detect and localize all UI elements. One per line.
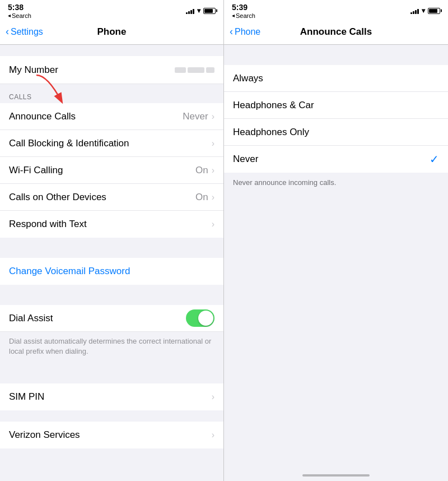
left-status-icons: ▾ — [186, 7, 216, 15]
dial-assist-section: Dial Assist — [0, 305, 223, 332]
verizon-chevron-icon: › — [212, 430, 214, 440]
option-headphones-car-row[interactable]: Headphones & Car — [224, 92, 448, 119]
wifi-calling-row[interactable]: Wi-Fi Calling On › — [0, 157, 223, 184]
right-panel: 5:39 Search ▾ ‹ Phone Announce Calls — [224, 0, 448, 481]
phone-back-button[interactable]: ‹ Phone — [230, 26, 260, 38]
calls-list: Announce Calls Never › Call Blocking & I… — [0, 103, 223, 238]
battery-icon — [203, 8, 216, 14]
call-blocking-row[interactable]: Call Blocking & Identification › — [0, 130, 223, 157]
announce-calls-chevron-icon: › — [212, 112, 214, 122]
respond-text-chevron-icon: › — [212, 219, 214, 229]
dial-assist-label: Dial Assist — [9, 313, 186, 324]
option-never-row[interactable]: Never ✓ — [224, 146, 448, 173]
gap-verizon — [0, 410, 223, 422]
blurred-number-1 — [175, 67, 186, 73]
option-headphones-only-row[interactable]: Headphones Only — [224, 119, 448, 146]
voicemail-section: Change Voicemail Password — [0, 258, 223, 285]
gap-voicemail — [0, 238, 223, 258]
announce-calls-label: Announce Calls — [9, 111, 183, 122]
back-label: Settings — [11, 27, 43, 37]
wifi-icon: ▾ — [197, 7, 200, 15]
announce-calls-options: Always Headphones & Car Headphones Only … — [224, 65, 448, 173]
left-status-bar: 5:38 Search ▾ — [0, 0, 223, 20]
right-status-bar: 5:39 Search ▾ — [224, 0, 448, 20]
calls-other-chevron-icon: › — [212, 192, 214, 202]
calls-section-header: CALLS — [0, 90, 223, 103]
right-gap-top — [224, 45, 448, 65]
sim-pin-row[interactable]: SIM PIN › — [0, 383, 223, 410]
left-nav-title: Phone — [97, 26, 127, 38]
option-headphones-only-label: Headphones Only — [233, 127, 439, 138]
option-headphones-car-label: Headphones & Car — [233, 100, 439, 111]
calls-other-devices-row[interactable]: Calls on Other Devices On › — [0, 184, 223, 211]
wifi-calling-value: On — [195, 165, 208, 176]
blurred-number-2 — [188, 67, 204, 73]
wifi-calling-label: Wi-Fi Calling — [9, 165, 195, 176]
verizon-section: Verizon Services › — [0, 422, 223, 448]
right-battery-icon — [428, 8, 440, 14]
option-always-row[interactable]: Always — [224, 65, 448, 92]
left-nav-bar: ‹ Settings Phone — [0, 20, 223, 45]
sim-pin-label: SIM PIN — [9, 391, 212, 403]
announce-calls-row[interactable]: Announce Calls Never › — [0, 103, 223, 130]
respond-text-label: Respond with Text — [9, 219, 212, 230]
left-search-label: Search — [8, 12, 31, 19]
right-nav-title: Announce Calls — [300, 26, 372, 38]
signal-icon — [186, 8, 194, 14]
back-chevron-icon: ‹ — [6, 26, 9, 38]
announce-calls-value: Never — [183, 111, 208, 122]
sim-section: SIM PIN › — [0, 383, 223, 410]
home-bar — [302, 474, 370, 477]
option-always-label: Always — [233, 73, 439, 84]
right-time: 5:39 — [232, 3, 255, 12]
option-never-label: Never — [233, 154, 430, 165]
my-number-label: My Number — [9, 64, 175, 76]
never-description: Never announce incoming calls. — [224, 173, 448, 193]
right-search-label: Search — [232, 12, 255, 19]
my-number-section: My Number — [0, 56, 223, 84]
right-signal-icon — [410, 8, 419, 14]
call-blocking-chevron-icon: › — [212, 138, 214, 149]
gap-dial — [0, 285, 223, 305]
my-number-row: My Number — [0, 56, 223, 84]
voicemail-link[interactable]: Change Voicemail Password — [9, 266, 130, 277]
dial-assist-row[interactable]: Dial Assist — [0, 305, 223, 332]
dial-assist-description: Dial assist automatically determines the… — [0, 332, 223, 363]
verizon-row[interactable]: Verizon Services › — [0, 422, 223, 448]
right-nav-bar: ‹ Phone Announce Calls — [224, 20, 448, 45]
checkmark-icon: ✓ — [430, 152, 439, 166]
verizon-label: Verizon Services — [9, 429, 212, 441]
calls-other-label: Calls on Other Devices — [9, 192, 195, 203]
right-wifi-icon: ▾ — [422, 7, 425, 15]
voicemail-row[interactable]: Change Voicemail Password — [0, 258, 223, 285]
respond-text-row[interactable]: Respond with Text › — [0, 211, 223, 238]
left-time: 5:38 — [8, 3, 31, 12]
right-status-icons: ▾ — [410, 7, 440, 15]
wifi-calling-chevron-icon: › — [212, 165, 214, 175]
dial-assist-toggle[interactable] — [186, 309, 214, 327]
home-indicator — [224, 462, 448, 481]
right-back-chevron-icon: ‹ — [230, 26, 233, 38]
calls-other-value: On — [195, 192, 208, 203]
right-back-label: Phone — [235, 27, 260, 37]
gap — [0, 45, 223, 56]
left-panel: 5:38 Search ▾ ‹ Settings Phone — [0, 0, 224, 481]
settings-back-button[interactable]: ‹ Settings — [6, 26, 43, 38]
my-number-value — [175, 67, 214, 73]
toggle-knob — [198, 311, 213, 326]
blurred-number-3 — [206, 67, 214, 73]
gap-sim — [0, 363, 223, 383]
sim-pin-chevron-icon: › — [212, 392, 214, 402]
gap-calls — [0, 84, 223, 90]
call-blocking-label: Call Blocking & Identification — [9, 138, 212, 149]
